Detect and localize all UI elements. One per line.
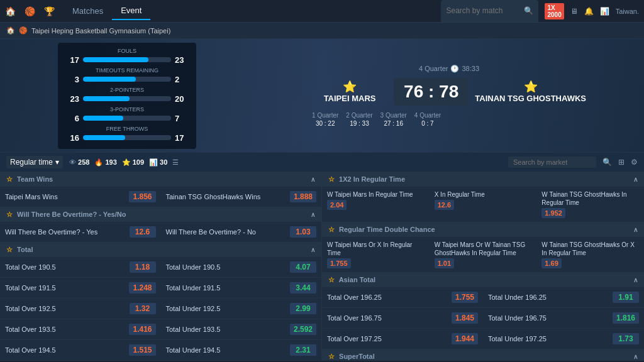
home-team-icon: ⭐: [312, 80, 387, 94]
asian-under-19725-odds[interactable]: 1.73: [613, 333, 639, 344]
eye-icon: 👁: [69, 158, 76, 166]
total-over-193-cell: Total Over 193.5 1.416: [0, 322, 161, 337]
count-chart: 📊 30: [149, 158, 167, 167]
1x2-away-odds[interactable]: 1.952: [541, 208, 565, 218]
fouls-fill: [83, 57, 148, 62]
timeouts-bar: [83, 77, 171, 82]
1x2-home-odds[interactable]: 2.04: [327, 200, 347, 210]
home-3pt: 6: [64, 114, 79, 123]
threept-row: 6 7: [64, 114, 190, 123]
tab-event[interactable]: Event: [112, 2, 150, 20]
dc-odds-1[interactable]: 1.755: [327, 258, 351, 268]
twopt-bar: [83, 96, 171, 101]
search-market-icon[interactable]: 🔍: [602, 158, 612, 167]
total-under-193-odds[interactable]: 2.592: [290, 324, 316, 335]
filter-bar: Regular time ▾ 👁 258 🔥 193 ⭐ 109 📊 30 ☰ …: [0, 152, 644, 172]
total-under-190-odds[interactable]: 4.07: [290, 261, 316, 273]
period-filter[interactable]: Regular time ▾: [6, 156, 63, 168]
basketball-icon[interactable]: 🏀: [25, 6, 35, 16]
overtime-label: ☆ Will There Be Overtime? - Yes/No: [6, 211, 126, 219]
dc-odds-3[interactable]: 1.69: [541, 258, 561, 268]
section-double-chance[interactable]: ☆ Regular Time Double Chance ∧: [322, 222, 644, 237]
home-score: 76: [404, 82, 423, 101]
overtime-no-odds[interactable]: 1.03: [290, 226, 316, 238]
table-row: Total Over 196.75 1.845 Total Under 196.…: [322, 308, 644, 329]
trophy-icon[interactable]: 🏆: [44, 6, 55, 16]
tab-matches[interactable]: Matches: [64, 3, 112, 19]
asian-under-196-odds[interactable]: 1.91: [613, 292, 639, 303]
supertotal-label: ☆ SuperTotal: [328, 353, 375, 361]
total-under-192-odds[interactable]: 2.99: [290, 303, 316, 314]
total-over-194-odds[interactable]: 1.515: [129, 344, 155, 356]
1x2-away-cell: W Tainan TSG GhostHawks In Regular Time …: [536, 189, 644, 220]
ft-row: 16 17: [64, 133, 190, 143]
1x2-label: ☆ 1X2 In Regular Time: [328, 175, 405, 184]
table-row: Total Over 194.5 1.515 Total Under 194.5…: [0, 340, 321, 361]
away-team-wins-odds[interactable]: 1.888: [290, 191, 316, 202]
ft-label: FREE THROWS: [64, 126, 190, 132]
menu-icon[interactable]: ☰: [172, 158, 179, 167]
dc-cell-2: W Taipei Mars Or W Tainan TSG GhostHawks…: [430, 239, 537, 270]
section-total[interactable]: ☆ Total ∧: [0, 243, 321, 257]
left-panel: ☆ Team Wins ∧ Taipei Mars Wins 1.856 Tai…: [0, 172, 322, 361]
section-1x2[interactable]: ☆ 1X2 In Regular Time ∧: [322, 172, 644, 187]
section-supertotal[interactable]: ☆ SuperTotal ∧: [322, 349, 644, 361]
double-chance-label: ☆ Regular Time Double Chance: [328, 226, 435, 234]
timeouts-row: 3 2: [64, 75, 190, 84]
total-over-191-odds[interactable]: 1.248: [129, 282, 155, 293]
twopt-row: 23 20: [64, 94, 190, 104]
dc-odds-2[interactable]: 1.01: [435, 258, 454, 268]
asian-over-196-odds[interactable]: 1.755: [452, 292, 478, 303]
total-over-190-odds[interactable]: 1.18: [130, 261, 156, 273]
chart-icon[interactable]: 📊: [600, 7, 609, 16]
asian-over-19675-odds[interactable]: 1.845: [452, 312, 478, 324]
total-over-190-cell: Total Over 190.5 1.18: [0, 260, 161, 275]
quarter-3: 3 Quarter 27 : 16: [380, 112, 407, 127]
total-over-193-odds[interactable]: 1.416: [129, 324, 155, 335]
total-over-192-odds[interactable]: 1.32: [130, 303, 156, 314]
asian-under-196-cell: Total Under 196.25 1.91: [483, 290, 644, 305]
home-team-name: TAIPEI MARS: [312, 94, 387, 103]
quarter-1: 1 Quarter 30 : 22: [312, 112, 338, 127]
asian-under-19675-odds[interactable]: 1.816: [613, 312, 639, 324]
home-team-wins-odds[interactable]: 1.856: [129, 191, 155, 202]
fouls-row: 17 23: [64, 55, 190, 65]
quarter-info: 4 Quarter 🕐 38:33: [312, 65, 586, 73]
1x2-draw-cell: X In Regular Time 12.6: [430, 189, 537, 220]
collapse-supertotal: ∧: [633, 353, 638, 360]
quarter-label: 4 Quarter: [419, 65, 448, 72]
search-box[interactable]: 🔍: [441, 0, 538, 23]
score-display: 76 : 78: [394, 78, 469, 106]
section-overtime[interactable]: ☆ Will There Be Overtime? - Yes/No ∧: [0, 207, 321, 222]
overtime-yes-odds[interactable]: 12.6: [130, 226, 156, 238]
star-team-wins: ☆: [6, 175, 13, 183]
star-supertotal: ☆: [328, 353, 335, 360]
table-row: W Taipei Mars Or X In Regular Time 1.755…: [322, 237, 644, 273]
search-market-input[interactable]: [508, 156, 596, 168]
away-2pt: 20: [175, 94, 190, 104]
monitor-icon[interactable]: 🖥: [570, 7, 578, 16]
overtime-yes-cell: Will There Be Overtime? - Yes 12.6: [0, 224, 161, 239]
total-under-191-odds[interactable]: 3.44: [290, 282, 316, 293]
total-under-194-odds[interactable]: 2.31: [290, 344, 316, 356]
bell-icon[interactable]: 🔔: [584, 7, 594, 16]
total-over-192-cell: Total Over 192.5 1.32: [0, 301, 161, 316]
nav-icons: 🏠 🏀 🏆 Matches Event: [5, 2, 441, 20]
home-icon[interactable]: 🏠: [5, 6, 16, 16]
teams-score-row: ⭐ TAIPEI MARS 76 : 78 ⭐ TAINAN TSG GHOST…: [312, 75, 586, 108]
1x2-draw-odds[interactable]: 12.6: [435, 200, 454, 210]
settings-icon[interactable]: ⚙: [631, 158, 638, 167]
star-asian-total: ☆: [328, 276, 335, 283]
total-under-192-cell: Total Under 192.5 2.99: [161, 301, 322, 316]
count-eye: 👁 258: [69, 158, 89, 166]
section-asian-total[interactable]: ☆ Asian Total ∧: [322, 273, 644, 287]
away-fouls: 23: [175, 55, 190, 65]
away-3pt: 7: [175, 114, 190, 123]
star-icon: ⭐: [122, 158, 131, 167]
section-team-wins[interactable]: ☆ Team Wins ∧: [0, 172, 321, 187]
layout-icon[interactable]: ⊞: [618, 158, 625, 167]
away-team: ⭐ TAINAN TSG GHOSTHAWKS: [475, 80, 586, 103]
search-input[interactable]: [446, 6, 521, 15]
asian-over-19725-odds[interactable]: 1.944: [452, 333, 478, 344]
score-center: 4 Quarter 🕐 38:33 ⭐ TAIPEI MARS 76 : 78 …: [312, 65, 586, 127]
